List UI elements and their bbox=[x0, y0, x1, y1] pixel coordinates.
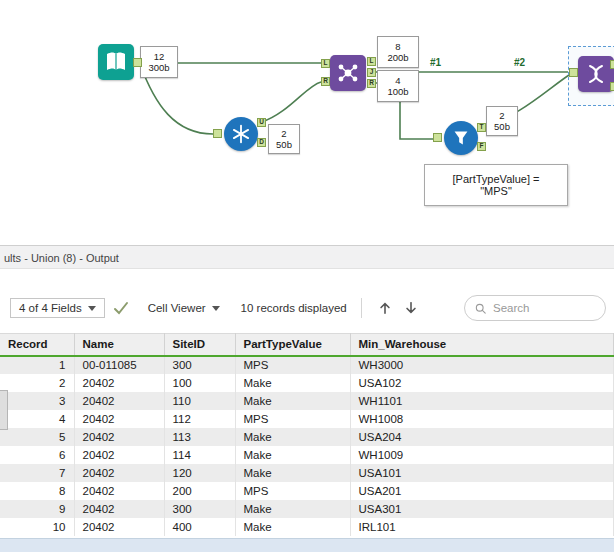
cell-name[interactable]: 20402 bbox=[74, 428, 164, 446]
fields-dropdown[interactable]: 4 of 4 Fields bbox=[10, 298, 105, 318]
cell-name[interactable]: 20402 bbox=[74, 464, 164, 482]
cell-min-warehouse[interactable]: USA102 bbox=[350, 374, 614, 392]
collapsed-panel-handle[interactable] bbox=[0, 390, 8, 430]
cell-min-warehouse[interactable]: USA204 bbox=[350, 428, 614, 446]
cell-siteid[interactable]: 114 bbox=[164, 446, 235, 464]
column-header-min-warehouse[interactable]: Min_Warehouse bbox=[350, 334, 614, 356]
cell-parttypevalue[interactable]: MPS bbox=[235, 356, 350, 374]
search-box[interactable] bbox=[464, 295, 606, 321]
cell-parttypevalue[interactable]: Make bbox=[235, 392, 350, 410]
table-row[interactable]: 2 20402 100 Make USA102 bbox=[0, 374, 614, 392]
input-output-anchor[interactable] bbox=[133, 58, 142, 67]
join-output-anchor-r[interactable]: R bbox=[367, 79, 376, 88]
column-header-siteid[interactable]: SiteID bbox=[164, 334, 235, 356]
cell-siteid[interactable]: 300 bbox=[164, 500, 235, 518]
table-row[interactable]: 6 20402 114 Make WH1009 bbox=[0, 446, 614, 464]
join-output-anchor-j[interactable]: J bbox=[367, 68, 376, 77]
cell-record[interactable]: 3 bbox=[0, 392, 74, 410]
column-header-parttypevalue[interactable]: PartTypeValue bbox=[235, 334, 350, 356]
cell-siteid[interactable]: 200 bbox=[164, 482, 235, 500]
cell-parttypevalue[interactable]: Make bbox=[235, 518, 350, 536]
cell-parttypevalue[interactable]: Make bbox=[235, 374, 350, 392]
annotation-unique[interactable]: 2 50b bbox=[268, 124, 300, 154]
filter-expression-comment[interactable]: [PartTypeValue] = "MPS" bbox=[424, 164, 568, 206]
cell-parttypevalue[interactable]: Make bbox=[235, 428, 350, 446]
filter-input-anchor[interactable] bbox=[433, 133, 442, 142]
cell-record[interactable]: 6 bbox=[0, 446, 74, 464]
cell-siteid[interactable]: 110 bbox=[164, 392, 235, 410]
column-header-name[interactable]: Name bbox=[74, 334, 164, 356]
unique-output-anchor-u[interactable]: U bbox=[257, 118, 266, 127]
cell-min-warehouse[interactable]: IRL101 bbox=[350, 518, 614, 536]
annotation-join-top[interactable]: 8 200b bbox=[377, 36, 419, 68]
input-data-tool[interactable] bbox=[98, 44, 134, 80]
cell-name[interactable]: 20402 bbox=[74, 410, 164, 428]
next-record-button[interactable] bbox=[402, 299, 420, 317]
table-row[interactable]: 4 20402 112 MPS WH1008 bbox=[0, 410, 614, 428]
cell-siteid[interactable]: 112 bbox=[164, 410, 235, 428]
join-output-anchor-l[interactable]: L bbox=[367, 57, 376, 66]
table-row[interactable]: 3 20402 110 Make WH1101 bbox=[0, 392, 614, 410]
join-input-anchor-l[interactable]: L bbox=[321, 59, 330, 68]
cell-parttypevalue[interactable]: Make bbox=[235, 464, 350, 482]
cell-siteid[interactable]: 120 bbox=[164, 464, 235, 482]
table-row[interactable]: 10 20402 400 Make IRL101 bbox=[0, 518, 614, 536]
apply-check-icon[interactable] bbox=[113, 300, 131, 316]
cell-siteid[interactable]: 300 bbox=[164, 356, 235, 374]
annotation-join-bottom[interactable]: 4 100b bbox=[377, 70, 419, 102]
cell-name[interactable]: 20402 bbox=[74, 374, 164, 392]
join-tool[interactable] bbox=[330, 55, 366, 91]
cell-record[interactable]: 10 bbox=[0, 518, 74, 536]
wire-unique-to-join[interactable] bbox=[262, 82, 321, 122]
cell-name[interactable]: 20402 bbox=[74, 482, 164, 500]
previous-record-button[interactable] bbox=[376, 299, 394, 317]
filter-tool[interactable] bbox=[444, 121, 478, 155]
cell-record[interactable]: 4 bbox=[0, 410, 74, 428]
workflow-canvas[interactable]: #1 #2 12 300b U bbox=[0, 0, 614, 245]
annotation-filter[interactable]: 2 50b bbox=[486, 106, 518, 136]
cell-name[interactable]: 20402 bbox=[74, 500, 164, 518]
cell-parttypevalue[interactable]: MPS bbox=[235, 482, 350, 500]
cell-min-warehouse[interactable]: WH1101 bbox=[350, 392, 614, 410]
cell-min-warehouse[interactable]: USA101 bbox=[350, 464, 614, 482]
cell-record[interactable]: 8 bbox=[0, 482, 74, 500]
table-row[interactable]: 8 20402 200 MPS USA201 bbox=[0, 482, 614, 500]
cell-parttypevalue[interactable]: MPS bbox=[235, 410, 350, 428]
union-output-anchor-bottom[interactable] bbox=[610, 82, 614, 91]
cell-name[interactable]: 20402 bbox=[74, 392, 164, 410]
unique-output-anchor-d[interactable]: D bbox=[257, 138, 266, 147]
unique-input-anchor[interactable] bbox=[213, 129, 222, 138]
union-output-anchor-top[interactable] bbox=[610, 60, 614, 69]
cell-record[interactable]: 7 bbox=[0, 464, 74, 482]
cell-record[interactable]: 9 bbox=[0, 500, 74, 518]
search-input[interactable] bbox=[491, 301, 595, 315]
filter-output-anchor-f[interactable]: F bbox=[477, 142, 486, 151]
cell-min-warehouse[interactable]: WH1009 bbox=[350, 446, 614, 464]
table-row[interactable]: 1 00-011085 300 MPS WH3000 bbox=[0, 356, 614, 374]
table-row[interactable]: 7 20402 120 Make USA101 bbox=[0, 464, 614, 482]
cell-name[interactable]: 20402 bbox=[74, 518, 164, 536]
cell-siteid[interactable]: 400 bbox=[164, 518, 235, 536]
cell-parttypevalue[interactable]: Make bbox=[235, 446, 350, 464]
cell-name[interactable]: 20402 bbox=[74, 446, 164, 464]
union-tool[interactable] bbox=[578, 56, 614, 92]
unique-tool[interactable] bbox=[224, 117, 258, 151]
cell-record[interactable]: 2 bbox=[0, 374, 74, 392]
annotation-input[interactable]: 12 300b bbox=[140, 46, 178, 78]
join-input-anchor-r[interactable]: R bbox=[321, 77, 330, 86]
cell-record[interactable]: 1 bbox=[0, 356, 74, 374]
cell-min-warehouse[interactable]: WH1008 bbox=[350, 410, 614, 428]
cell-record[interactable]: 5 bbox=[0, 428, 74, 446]
table-row[interactable]: 9 20402 300 Make USA301 bbox=[0, 500, 614, 518]
table-row[interactable]: 5 20402 113 Make USA204 bbox=[0, 428, 614, 446]
filter-output-anchor-t[interactable]: T bbox=[477, 123, 486, 132]
cell-viewer-dropdown[interactable]: Cell Viewer bbox=[139, 298, 229, 318]
cell-min-warehouse[interactable]: USA301 bbox=[350, 500, 614, 518]
cell-min-warehouse[interactable]: WH3000 bbox=[350, 356, 614, 374]
cell-min-warehouse[interactable]: USA201 bbox=[350, 482, 614, 500]
cell-name[interactable]: 00-011085 bbox=[74, 356, 164, 374]
union-input-anchor[interactable] bbox=[569, 68, 578, 77]
cell-parttypevalue[interactable]: Make bbox=[235, 500, 350, 518]
cell-siteid[interactable]: 113 bbox=[164, 428, 235, 446]
cell-siteid[interactable]: 100 bbox=[164, 374, 235, 392]
